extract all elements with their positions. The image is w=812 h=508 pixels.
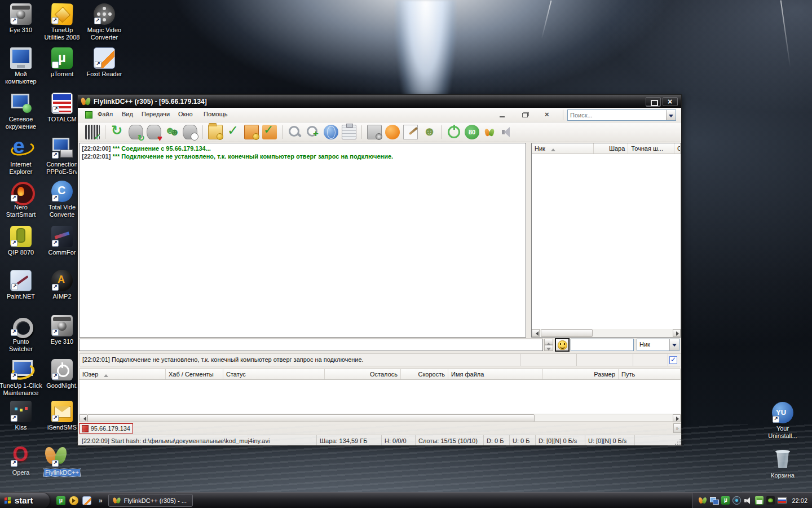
tray-flylinkdc-icon[interactable] bbox=[699, 497, 707, 503]
close-button[interactable] bbox=[663, 97, 678, 106]
hub-chat-log[interactable]: [22:02:00] *** Соединение с 95.66.179.13… bbox=[79, 143, 526, 338]
internet-icon[interactable] bbox=[385, 125, 400, 139]
sound-toggle-icon[interactable] bbox=[501, 125, 515, 139]
column-exact-share[interactable]: Точная ш... bbox=[628, 143, 674, 154]
desktop-icon-tuneup-utilities[interactable]: TuneUp Utilities 2008 bbox=[42, 3, 82, 41]
desktop-icon-magic-video-converter[interactable]: Magic Video Converter bbox=[84, 3, 125, 41]
tray-nvidia-icon[interactable] bbox=[766, 496, 775, 505]
tray-mail-icon[interactable] bbox=[755, 496, 764, 505]
desktop-icon-kiss[interactable]: Kiss bbox=[1, 401, 41, 431]
desktop-icon-recycle-bin[interactable]: Корзина bbox=[762, 449, 803, 479]
desktop-icon-total-video-converter[interactable]: Total Vide Converte bbox=[42, 181, 82, 218]
aimp-quicklaunch-icon[interactable] bbox=[69, 496, 78, 505]
column-filename[interactable]: Имя файла bbox=[448, 369, 543, 379]
column-path[interactable]: Путь bbox=[619, 369, 681, 379]
scrollbar-thumb[interactable] bbox=[541, 329, 593, 337]
tab-overflow-button[interactable]: » bbox=[673, 423, 681, 433]
flylinkdc-task-button[interactable]: FlylinkDC++ (r305) - ... bbox=[108, 494, 193, 507]
desktop-icon-my-computer[interactable]: Мой компьютер bbox=[1, 47, 41, 85]
open-filelist-icon[interactable] bbox=[367, 125, 382, 139]
column-remaining[interactable]: Осталось bbox=[325, 369, 401, 379]
search-icon[interactable] bbox=[288, 125, 302, 139]
scrollbar-thumb[interactable] bbox=[87, 414, 535, 422]
tray-volume-icon[interactable] bbox=[744, 496, 752, 505]
transfer-list-body[interactable] bbox=[79, 380, 681, 414]
combo-dropdown-button[interactable] bbox=[669, 339, 679, 351]
chat-option-checkbox[interactable] bbox=[669, 356, 677, 364]
desktop-icon-eye310[interactable]: Eye 310 bbox=[1, 3, 41, 34]
desktop-icon-punto-switcher[interactable]: Punto Switcher bbox=[1, 315, 41, 353]
scroll-left-button[interactable] bbox=[80, 414, 87, 422]
favorite-users-icon[interactable] bbox=[165, 125, 179, 139]
chat-message-input[interactable] bbox=[80, 339, 542, 351]
desktop-icon-opera[interactable]: Opera bbox=[1, 446, 41, 476]
language-indicator-ru-flag[interactable] bbox=[778, 497, 787, 503]
transfer-horizontal-scrollbar[interactable] bbox=[79, 414, 681, 422]
speed-limit-icon[interactable]: 80 bbox=[465, 125, 479, 139]
notes-icon[interactable] bbox=[403, 125, 418, 139]
column-hub-segments[interactable]: Хаб / Сегменты bbox=[166, 369, 223, 379]
chat-input-spinner[interactable] bbox=[544, 339, 553, 351]
column-user[interactable]: Юзер bbox=[80, 369, 166, 379]
desktop-icon-foxit-reader[interactable]: Foxit Reader bbox=[84, 47, 125, 78]
desktop-icon-internet-explorer[interactable]: Internet Explorer bbox=[1, 138, 41, 176]
desktop-icon-your-uninstaller[interactable]: Your Uninstall... bbox=[762, 402, 803, 440]
hashing-progress-icon[interactable] bbox=[85, 125, 100, 139]
desktop-icon-commfor[interactable]: CommFor bbox=[42, 226, 82, 256]
desktop-icon-goodnight[interactable]: GoodNight. bbox=[42, 359, 82, 389]
column-speed[interactable]: Скорость bbox=[401, 369, 448, 379]
refresh-filelist-icon[interactable] bbox=[111, 125, 125, 139]
maximize-button[interactable] bbox=[646, 97, 661, 106]
menu-help[interactable]: Помощь bbox=[204, 111, 228, 117]
desktop-icon-nero-startsmart[interactable]: Nero StartSmart bbox=[1, 181, 41, 218]
desktop-icon-eye310-2[interactable]: Eye 310 bbox=[42, 315, 82, 345]
menu-transfers[interactable]: Передачи bbox=[142, 111, 170, 117]
column-share[interactable]: Шара bbox=[594, 143, 629, 154]
column-size[interactable]: Размер bbox=[543, 369, 619, 379]
download-queue-icon[interactable] bbox=[208, 125, 223, 139]
mdi-minimize-button[interactable] bbox=[498, 111, 507, 119]
recent-hubs-icon[interactable] bbox=[183, 125, 197, 139]
desktop-icon-connection-pppoe[interactable]: Connection PPPoE-Srv bbox=[42, 138, 82, 176]
desktop-icon-isendsms[interactable]: iSendSMS bbox=[42, 401, 82, 431]
column-nick[interactable]: Ник bbox=[532, 143, 594, 154]
tray-punto-icon[interactable] bbox=[732, 496, 741, 505]
desktop-icon-tuneup-1click[interactable]: TuneUp 1-Click Maintenance bbox=[0, 359, 43, 397]
mdi-restore-button[interactable] bbox=[520, 111, 529, 119]
tray-network-icon[interactable] bbox=[710, 496, 718, 505]
column-status[interactable]: Статус bbox=[223, 369, 325, 379]
scroll-right-button[interactable] bbox=[673, 329, 681, 337]
desktop-icon-totalcm[interactable]: TOTALCM bbox=[42, 93, 82, 123]
resize-grip[interactable] bbox=[674, 438, 681, 445]
menu-file[interactable]: Файл bbox=[98, 111, 113, 117]
quicklaunch-overflow-chevron[interactable]: » bbox=[99, 497, 103, 505]
waiting-users-icon[interactable] bbox=[244, 125, 259, 139]
favorite-hubs-icon[interactable] bbox=[147, 125, 161, 139]
tray-utorrent-icon[interactable]: µ bbox=[721, 496, 730, 505]
filter-column-combo[interactable]: Ник bbox=[637, 339, 679, 351]
finished-uploads-icon[interactable] bbox=[262, 125, 277, 139]
desktop-icon-flylinkdc[interactable]: FlylinkDC++ bbox=[42, 446, 82, 476]
search-dropdown-button[interactable] bbox=[666, 110, 676, 120]
reconnect-icon[interactable] bbox=[129, 125, 143, 139]
desktop-icon-paintnet[interactable]: Paint.NET bbox=[1, 270, 41, 300]
userlist-horizontal-scrollbar[interactable] bbox=[532, 329, 681, 337]
menu-window[interactable]: Окно bbox=[178, 111, 193, 117]
desktop-icon-network-places[interactable]: Сетевое окружение bbox=[1, 93, 41, 130]
search-spy-icon[interactable] bbox=[324, 125, 338, 139]
scroll-right-button[interactable] bbox=[673, 414, 681, 422]
away-mode-icon[interactable] bbox=[421, 125, 436, 139]
mdi-close-button[interactable] bbox=[543, 111, 552, 119]
scroll-left-button[interactable] bbox=[532, 329, 540, 337]
menu-view[interactable]: Вид bbox=[122, 111, 133, 117]
quick-search-input[interactable] bbox=[568, 110, 666, 120]
user-filter-input[interactable] bbox=[571, 339, 633, 351]
desktop-icon-aimp2[interactable]: AIMP2 bbox=[42, 270, 82, 300]
hub-tab[interactable]: 95.66.179.134 bbox=[79, 423, 133, 433]
column-cut[interactable]: С bbox=[674, 143, 681, 154]
title-bar[interactable]: FlylinkDC++ (r305) - [95.66.179.134] bbox=[78, 95, 681, 108]
emoticon-button[interactable] bbox=[555, 338, 570, 352]
notepad-icon[interactable] bbox=[342, 125, 356, 139]
app-menu-cube-icon[interactable] bbox=[85, 111, 92, 119]
finished-downloads-icon[interactable] bbox=[226, 125, 241, 139]
